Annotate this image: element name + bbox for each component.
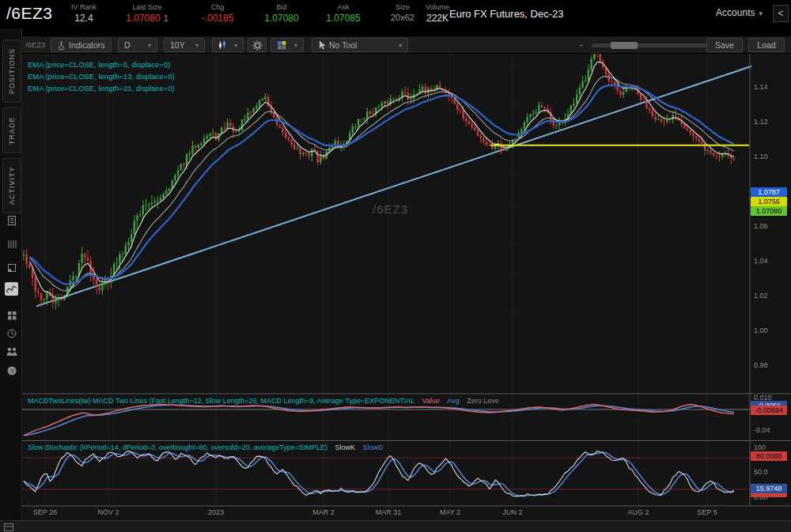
bottom-strip <box>0 520 791 532</box>
stoch-overbought-badge: 80.0000 <box>751 451 787 461</box>
stoch-current-badge: 15.9748 <box>751 484 787 493</box>
chevron-down-icon: ▾ <box>759 9 763 17</box>
history-icon[interactable] <box>5 326 18 340</box>
sidebar-tab-positions[interactable]: POSITIONS <box>2 40 21 103</box>
settings-gear-button[interactable] <box>248 38 267 52</box>
price-axis-label: 1.06 <box>754 222 787 230</box>
price-axis-label: 0.98 <box>754 361 787 369</box>
symbol-title: /6EZ3 <box>6 4 53 23</box>
price-axis-label: 1.12 <box>754 118 787 126</box>
support-price-badge: 1.0756 <box>751 197 787 206</box>
price-axis-label: 1.02 <box>754 292 787 300</box>
zoom-out-button[interactable]: - <box>580 40 583 51</box>
time-axis-label: NOV 2 <box>86 508 131 516</box>
price-axis-label: 1.14 <box>754 83 787 91</box>
study-label-ema13[interactable]: EMA (price=CLOSE, length=13, displace=0) <box>28 72 175 81</box>
ema-price-badge: 1.0787 <box>751 187 787 197</box>
price-axis-label: 1.04 <box>754 257 787 265</box>
chart-type-dropdown[interactable]: ▾ <box>212 38 244 52</box>
chart-icon[interactable] <box>5 282 18 296</box>
zoom-slider-handle[interactable] <box>611 42 638 49</box>
time-axis-label: MAR 31 <box>366 508 411 516</box>
chevron-down-icon: ▾ <box>294 42 297 49</box>
range-dropdown[interactable]: 10Y▾ <box>164 38 205 52</box>
time-axis-label: SEP 26 <box>23 508 67 516</box>
chevron-down-icon: ▾ <box>195 42 199 49</box>
candlestick-icon <box>218 40 228 50</box>
sidebar-tab-trade[interactable]: TRADE <box>2 108 21 153</box>
price-axis-label: 1.10 <box>754 153 787 160</box>
stoch-k-legend: SlowK <box>335 443 356 451</box>
symbol-watermark: /6EZ3 <box>373 202 408 216</box>
stoch-axis-label: 100 <box>754 443 787 451</box>
flask-icon <box>57 41 66 50</box>
macd-study-label[interactable]: MACDTwoLines(tw) MACD Two Lines (Fast Le… <box>28 397 499 405</box>
macd-value-badge: -0.00694 <box>751 406 787 415</box>
svg-text:?: ? <box>9 368 13 375</box>
chevron-down-icon: ▾ <box>148 42 151 49</box>
chart-toolbar: /6EZ3 Indicators D▾ 10Y▾ ▾ ▾ No Tool ▾ - <box>22 36 791 54</box>
report-icon[interactable] <box>5 213 18 227</box>
macd-avg-legend: Avg <box>447 397 459 405</box>
toolbar-symbol-label: /6EZ3 <box>25 40 45 49</box>
load-button[interactable]: Load <box>748 38 785 52</box>
macd-zero-legend: Zero Leve <box>467 397 499 405</box>
time-axis-label: SEP 5 <box>685 508 729 516</box>
study-label-ema21[interactable]: EMA (price=CLOSE, length=21, displace=0) <box>28 84 175 92</box>
help-icon[interactable]: ? <box>5 364 18 377</box>
time-axis-label: MAR 2 <box>301 508 346 516</box>
macd-axis-label: -0.04 <box>754 426 787 434</box>
gear-icon <box>252 40 263 51</box>
contract-description: Euro FX Futures, Dec-23 <box>449 8 564 20</box>
stoch-d-legend: SlowD <box>363 443 384 451</box>
stat-ask: Ask 1.07085 <box>315 3 372 24</box>
indicators-button[interactable]: Indicators <box>51 38 112 52</box>
layout-grid-dropdown[interactable]: ▾ <box>271 38 304 52</box>
cursor-icon <box>318 40 326 50</box>
bars-icon[interactable] <box>5 237 18 251</box>
last-size-qty: 1 <box>164 13 168 23</box>
sidebar-tab-activity[interactable]: ACTIVITY <box>2 158 21 213</box>
people-icon[interactable] <box>5 345 18 358</box>
panel-icon[interactable] <box>5 261 18 274</box>
stoch-study-label[interactable]: Slow Stochastic (kPeriod=14, dPeriod=3, … <box>28 443 384 451</box>
last-price-badge: 1.07080 <box>751 206 787 216</box>
stat-bid: Bid 1.07080 <box>253 3 310 24</box>
drawing-tool-dropdown[interactable]: No Tool ▾ <box>312 38 408 52</box>
time-axis-label: JUN 2 <box>490 508 535 516</box>
chevron-down-icon: ▾ <box>234 42 237 49</box>
stat-iv-rank: IV Rank 12.4 <box>62 3 106 24</box>
left-sidebar: POSITIONS TRADE ACTIVITY ? <box>0 28 22 520</box>
chevron-down-icon: ▾ <box>399 42 402 49</box>
dock-icon[interactable] <box>4 523 13 531</box>
app-window: /6EZ3 IV Rank 12.4 Last Size 1.070801 Ch… <box>0 0 791 532</box>
period-dropdown[interactable]: D▾ <box>118 38 157 52</box>
stat-chg: Chg -.00185 <box>190 3 245 24</box>
layout-icon <box>277 40 286 50</box>
stoch-axis-label: 50.0 <box>754 468 787 476</box>
header-bar: /6EZ3 IV Rank 12.4 Last Size 1.070801 Ch… <box>0 0 791 28</box>
time-axis-label: 2023 <box>194 508 238 516</box>
grid-icon[interactable] <box>5 308 18 322</box>
stat-last-size: Last Size 1.070801 <box>111 3 184 24</box>
study-label-ema5[interactable]: EMA (price=CLOSE, length=5, displace=0) <box>28 60 170 69</box>
time-axis-label: AUG 2 <box>616 508 660 516</box>
price-axis-label: 1.00 <box>754 326 787 334</box>
save-button[interactable]: Save <box>706 38 743 52</box>
accounts-menu[interactable]: Accounts▾ <box>716 7 763 18</box>
collapse-panel-button[interactable]: < <box>773 5 789 22</box>
zoom-slider[interactable] <box>592 43 706 47</box>
time-axis-label: MAY 2 <box>428 508 472 516</box>
macd-value-legend: Value <box>422 397 439 405</box>
